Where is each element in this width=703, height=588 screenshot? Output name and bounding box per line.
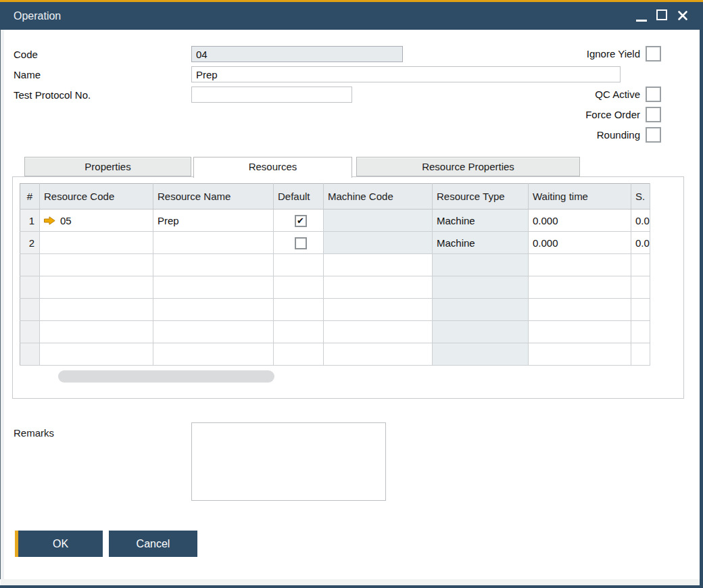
- ignore-yield-label: Ignore Yield: [464, 46, 640, 62]
- resource-code-cell[interactable]: [40, 254, 153, 276]
- name-field[interactable]: [191, 66, 621, 82]
- default-cell[interactable]: [274, 299, 324, 321]
- qc-active-label: QC Active: [464, 87, 640, 102]
- row-number-cell[interactable]: [20, 343, 40, 366]
- close-button[interactable]: [674, 2, 692, 30]
- setup-cell[interactable]: [631, 254, 650, 276]
- resource-type-cell[interactable]: [433, 276, 529, 299]
- column-header-s: S.: [631, 184, 650, 210]
- machine-code-cell[interactable]: [324, 210, 433, 232]
- resource-code-cell[interactable]: [40, 299, 153, 321]
- waiting-time-cell[interactable]: [529, 343, 631, 366]
- resource-type-cell[interactable]: [433, 321, 529, 343]
- resource-name-cell[interactable]: [153, 254, 274, 276]
- resource-type-cell[interactable]: Machine: [433, 210, 529, 232]
- default-checkbox[interactable]: [295, 237, 307, 249]
- setup-cell[interactable]: [631, 321, 650, 343]
- row-number-cell[interactable]: 1: [20, 210, 40, 232]
- default-cell[interactable]: ✔: [274, 210, 324, 232]
- operation-window: Operation Code Name Test Protocol No. Ig…: [0, 0, 703, 588]
- resource-code-cell[interactable]: [40, 232, 153, 254]
- resource-type-cell[interactable]: Machine: [433, 232, 529, 254]
- column-header-machine-code: Machine Code: [324, 184, 433, 210]
- rounding-checkbox[interactable]: [646, 127, 661, 143]
- maximize-icon: [656, 9, 667, 20]
- machine-code-cell[interactable]: [324, 321, 433, 343]
- link-arrow-icon[interactable]: [44, 216, 55, 225]
- setup-cell[interactable]: [631, 343, 650, 366]
- resource-name-cell[interactable]: [153, 276, 274, 299]
- default-cell[interactable]: [274, 232, 324, 254]
- resource-type-cell[interactable]: [433, 299, 529, 321]
- table-horizontal-scrollbar[interactable]: [58, 370, 274, 383]
- waiting-time-cell[interactable]: 0.000: [529, 232, 631, 254]
- resource-name-cell[interactable]: [153, 299, 274, 321]
- minimize-icon: [636, 20, 647, 22]
- ignore-yield-checkbox[interactable]: [646, 46, 661, 62]
- resource-code-cell[interactable]: [40, 321, 153, 343]
- machine-code-cell[interactable]: [324, 254, 433, 276]
- machine-code-cell[interactable]: [324, 232, 433, 254]
- remarks-field[interactable]: [191, 422, 386, 501]
- waiting-time-cell[interactable]: [529, 276, 631, 299]
- resource-code-cell[interactable]: [40, 343, 153, 366]
- setup-cell[interactable]: [631, 299, 650, 321]
- resource-name-cell[interactable]: [153, 343, 274, 366]
- row-number-cell[interactable]: [20, 276, 40, 299]
- window-footer-strip: [1, 579, 700, 585]
- row-number-cell[interactable]: 2: [20, 232, 40, 254]
- cancel-button[interactable]: Cancel: [109, 531, 197, 557]
- setup-cell[interactable]: 0.0: [631, 232, 650, 254]
- window-title: Operation: [14, 2, 61, 30]
- waiting-time-cell[interactable]: [529, 299, 631, 321]
- code-field[interactable]: [191, 46, 403, 62]
- default-cell[interactable]: [274, 343, 324, 366]
- table-row-empty: [20, 254, 650, 276]
- rounding-label: Rounding: [464, 127, 640, 143]
- default-cell[interactable]: [274, 276, 324, 299]
- setup-cell[interactable]: [631, 276, 650, 299]
- force-order-checkbox[interactable]: [646, 107, 661, 122]
- test-protocol-field[interactable]: [191, 87, 352, 103]
- machine-code-cell[interactable]: [324, 343, 433, 366]
- column-header-row-number: #: [20, 184, 40, 210]
- waiting-time-cell[interactable]: [529, 321, 631, 343]
- resource-type-cell[interactable]: [433, 254, 529, 276]
- remarks-label: Remarks: [14, 426, 54, 441]
- ok-button[interactable]: OK: [15, 531, 103, 557]
- minimize-button[interactable]: [633, 2, 650, 30]
- resource-name-cell[interactable]: [153, 321, 274, 343]
- machine-code-cell[interactable]: [324, 299, 433, 321]
- table-row-empty: [20, 276, 650, 299]
- waiting-time-cell[interactable]: [529, 254, 631, 276]
- resource-code-cell[interactable]: 05: [40, 210, 153, 232]
- resource-name-cell[interactable]: Prep: [153, 210, 274, 232]
- resources-tab-panel: #Resource CodeResource NameDefaultMachin…: [12, 176, 684, 399]
- maximize-button[interactable]: [653, 2, 671, 30]
- row-number-cell[interactable]: [20, 254, 40, 276]
- force-order-label: Force Order: [464, 107, 640, 122]
- window-right-edge: [700, 30, 703, 588]
- default-checkbox-checked[interactable]: ✔: [295, 215, 307, 227]
- tab-resource-properties[interactable]: Resource Properties: [356, 157, 580, 176]
- row-number-cell[interactable]: [20, 299, 40, 321]
- resource-code-value: 05: [60, 215, 72, 226]
- resources-table: #Resource CodeResource NameDefaultMachin…: [20, 183, 650, 366]
- resource-code-cell[interactable]: [40, 276, 153, 299]
- column-header-default: Default: [274, 184, 324, 210]
- resource-type-cell[interactable]: [433, 343, 529, 366]
- name-label: Name: [14, 67, 41, 83]
- qc-active-checkbox[interactable]: [646, 87, 661, 102]
- table-row-empty: [20, 299, 650, 321]
- waiting-time-cell[interactable]: 0.000: [529, 210, 631, 232]
- setup-cell[interactable]: 0.0: [631, 210, 650, 232]
- window-titlebar: Operation: [0, 2, 703, 30]
- tab-properties[interactable]: Properties: [24, 157, 191, 176]
- table-row: 105Prep✔Machine0.0000.0: [20, 210, 650, 232]
- default-cell[interactable]: [274, 321, 324, 343]
- row-number-cell[interactable]: [20, 321, 40, 343]
- resource-name-cell[interactable]: [153, 232, 274, 254]
- machine-code-cell[interactable]: [324, 276, 433, 299]
- tab-resources[interactable]: Resources: [193, 157, 352, 178]
- default-cell[interactable]: [274, 254, 324, 276]
